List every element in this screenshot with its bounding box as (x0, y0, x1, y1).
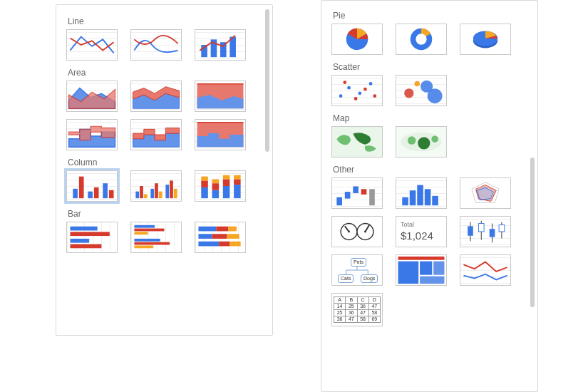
chart-thumb-area-step[interactable] (66, 119, 118, 150)
thumb-row-bar (66, 222, 262, 253)
svg-rect-76 (345, 192, 351, 199)
svg-rect-108 (398, 262, 419, 284)
chart-thumb-pie-3d[interactable] (460, 24, 511, 55)
svg-rect-16 (144, 194, 148, 198)
chart-thumb-column-stacked[interactable] (195, 170, 246, 202)
section-label-map: Map (333, 113, 527, 123)
thumb-row-line (66, 29, 262, 61)
chart-thumb-area-stacked[interactable] (130, 81, 182, 112)
chart-thumb-column-basic[interactable] (66, 170, 118, 202)
svg-rect-78 (361, 189, 367, 195)
chart-thumb-other-candlestick[interactable] (460, 216, 511, 247)
section-label-column: Column (68, 158, 262, 167)
svg-rect-28 (212, 179, 220, 183)
svg-rect-83 (425, 189, 431, 205)
chart-thumb-line-combo[interactable] (195, 29, 246, 61)
svg-point-67 (404, 88, 413, 98)
chart-thumb-other-waterfall[interactable] (331, 177, 383, 209)
chart-thumb-other-treemap[interactable] (396, 254, 447, 286)
scrollbar[interactable] (530, 158, 535, 307)
chart-thumb-column-grouped[interactable] (130, 170, 182, 202)
svg-rect-79 (369, 189, 375, 205)
svg-rect-32 (234, 185, 241, 198)
svg-rect-111 (420, 277, 444, 284)
chart-thumb-pie-donut[interactable] (396, 24, 447, 55)
svg-rect-42 (134, 239, 160, 242)
chart-thumb-area-basic[interactable] (66, 81, 118, 112)
thumb-row-other-1 (331, 177, 527, 209)
chart-thumb-map-markers[interactable] (396, 126, 447, 158)
chart-thumb-other-histogram[interactable] (396, 177, 447, 209)
svg-rect-8 (73, 189, 78, 198)
table-cell: 58 (368, 310, 380, 316)
svg-rect-100 (490, 229, 495, 237)
table-thumb-grid: A B C D 14 25 36 47 25 36 47 58 (334, 296, 381, 323)
svg-rect-9 (79, 177, 84, 199)
thumb-row-pie (331, 24, 527, 55)
chart-thumb-bar-stacked[interactable] (195, 222, 246, 253)
svg-rect-48 (198, 234, 212, 239)
svg-rect-21 (170, 180, 173, 198)
svg-rect-13 (109, 190, 114, 198)
svg-rect-24 (201, 180, 208, 187)
svg-rect-46 (216, 227, 228, 232)
svg-point-94 (364, 231, 366, 233)
chart-thumb-other-org[interactable]: Pets Cats Dogs (331, 254, 383, 286)
chart-thumb-map-geo[interactable] (331, 126, 383, 158)
svg-rect-18 (155, 183, 158, 198)
table-cell: 47 (357, 310, 368, 316)
svg-rect-98 (478, 224, 484, 232)
svg-point-72 (408, 136, 416, 144)
svg-rect-37 (70, 239, 89, 243)
chart-thumb-other-timeline[interactable] (460, 254, 511, 286)
chart-thumb-scatter-bubble[interactable] (396, 75, 447, 106)
svg-rect-40 (134, 229, 164, 232)
chart-thumb-other-radar[interactable] (460, 177, 511, 209)
table-header-cell: D (368, 297, 380, 304)
chart-thumb-area-step-full[interactable] (195, 119, 246, 150)
chart-thumb-line-smooth[interactable] (130, 29, 182, 61)
chart-thumb-other-table[interactable]: A B C D 14 25 36 47 25 36 47 58 (331, 293, 383, 326)
table-cell: 58 (357, 316, 368, 323)
svg-rect-22 (174, 189, 177, 198)
svg-point-59 (339, 94, 343, 98)
thumb-row-other-3: Pets Cats Dogs (331, 254, 527, 286)
scorecard-value: $1,024 (401, 229, 433, 242)
chart-thumb-line-basic[interactable] (66, 29, 118, 61)
scrollbar[interactable] (265, 9, 269, 152)
chart-thumb-pie-basic[interactable] (331, 24, 383, 55)
svg-rect-35 (70, 227, 97, 231)
org-node-top: Pets (351, 258, 366, 267)
section-label-scatter: Scatter (333, 62, 527, 72)
thumb-row-map (331, 126, 527, 158)
svg-rect-14 (135, 192, 139, 199)
chart-thumb-bar-basic[interactable] (66, 222, 118, 253)
chart-thumb-scatter-basic[interactable] (331, 75, 383, 106)
svg-point-61 (358, 91, 361, 95)
svg-rect-49 (212, 234, 227, 239)
svg-rect-31 (223, 175, 230, 180)
svg-point-64 (354, 97, 358, 100)
svg-point-73 (418, 137, 430, 149)
chart-thumb-other-gauge[interactable] (331, 216, 383, 247)
svg-rect-25 (201, 177, 208, 181)
chart-thumb-area-step-stacked[interactable] (130, 119, 182, 150)
svg-rect-51 (198, 242, 219, 247)
chart-thumb-area-full[interactable] (195, 81, 246, 112)
thumb-row-column (66, 170, 262, 202)
table-cell: 36 (357, 304, 368, 310)
org-node-left: Cats (338, 274, 354, 283)
svg-point-56 (416, 33, 426, 44)
svg-rect-10 (88, 192, 93, 199)
svg-rect-26 (212, 190, 220, 198)
chart-thumb-bar-grouped[interactable] (130, 222, 182, 253)
table-cell: 47 (346, 316, 357, 323)
svg-rect-34 (234, 175, 241, 180)
chart-thumb-other-scorecard[interactable]: Total $1,024 (396, 216, 447, 247)
svg-rect-75 (336, 197, 342, 205)
svg-rect-17 (150, 189, 154, 198)
svg-point-69 (428, 88, 443, 103)
svg-rect-15 (140, 186, 143, 198)
svg-rect-109 (420, 262, 432, 275)
svg-point-63 (343, 81, 346, 84)
